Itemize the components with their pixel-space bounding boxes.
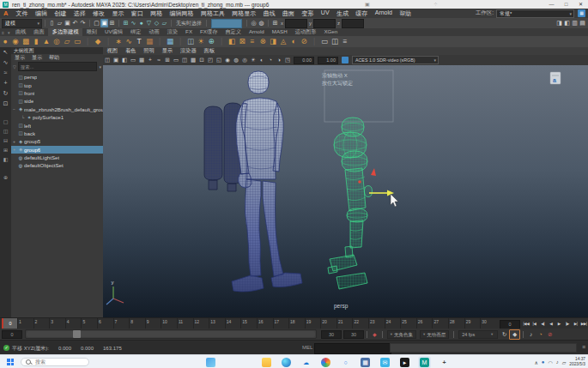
outliner-item[interactable]: ◫ persp bbox=[11, 73, 103, 81]
2d-pan-zoom-icon[interactable]: + bbox=[146, 55, 155, 65]
coordinate-input[interactable] bbox=[313, 19, 336, 28]
xray-icon[interactable]: ◍ bbox=[232, 55, 240, 65]
ambient-occlusion-icon[interactable]: ◔ bbox=[266, 55, 275, 65]
menu-item[interactable]: 窗口 bbox=[128, 9, 147, 18]
menu-item[interactable]: 编辑 bbox=[32, 9, 51, 18]
menu-item[interactable]: 生成 bbox=[333, 9, 352, 18]
channel-box-toggle-icon[interactable]: ▤ bbox=[579, 19, 586, 27]
outliner-menu-item[interactable]: 显示 bbox=[11, 54, 28, 62]
file-explorer-icon[interactable] bbox=[262, 358, 271, 367]
console-icon[interactable]: ▸ bbox=[400, 358, 409, 367]
outliner-item[interactable]: ◫ left bbox=[11, 121, 103, 129]
coordinate-input[interactable] bbox=[342, 19, 364, 28]
save-scene-icon[interactable]: ▣ bbox=[64, 19, 71, 27]
panel-menu-item[interactable]: 着色 bbox=[121, 47, 139, 55]
panel-menu-item[interactable]: 面板 bbox=[200, 47, 218, 55]
snip-tool-icon[interactable]: + bbox=[439, 358, 449, 367]
outliner-item[interactable]: + ◈ group6 bbox=[11, 146, 103, 154]
manipulator-center[interactable] bbox=[358, 180, 361, 184]
tool-settings-toggle-icon[interactable]: ▥ bbox=[571, 19, 579, 27]
microphone-icon[interactable]: ● bbox=[542, 359, 545, 365]
widgets-icon[interactable] bbox=[206, 358, 215, 367]
go-to-start-button[interactable]: |◀◀ bbox=[522, 322, 530, 326]
shelf-tab[interactable]: UV编辑 bbox=[101, 28, 127, 36]
expand-toggle[interactable]: + bbox=[11, 147, 17, 152]
step-forward-frame-button[interactable]: ▶| bbox=[572, 322, 580, 326]
titlebar-grip-icon[interactable]: ⁘ bbox=[433, 0, 438, 9]
go-to-end-button[interactable]: ▶▶| bbox=[579, 322, 588, 326]
highlight-selection-icon[interactable]: ◉ bbox=[223, 55, 232, 65]
shelf-tab[interactable]: 动画 bbox=[145, 28, 163, 36]
current-time-field[interactable]: 0 bbox=[500, 320, 520, 329]
menu-item[interactable]: 选择 bbox=[70, 9, 89, 18]
shelf-tab[interactable]: FX bbox=[182, 28, 197, 36]
redo-icon[interactable]: ↷ bbox=[79, 19, 87, 27]
wifi-icon[interactable]: ◠ bbox=[548, 359, 552, 365]
menu-item[interactable]: 创建 bbox=[51, 9, 70, 18]
super-shape-icon[interactable]: ◆ bbox=[93, 36, 103, 47]
attribute-editor-toggle-icon[interactable]: ◧ bbox=[563, 19, 571, 27]
image-plane-icon[interactable]: ▦ bbox=[137, 55, 146, 65]
character-set-dropdown[interactable]: ▾ 无角色集 bbox=[387, 330, 416, 339]
maximize-button[interactable]: □ bbox=[559, 0, 573, 9]
lighting-icon[interactable]: ☀ bbox=[249, 55, 258, 65]
undo-icon[interactable]: ↶ bbox=[71, 19, 79, 27]
shelf-tab[interactable]: 曲线 bbox=[11, 28, 29, 36]
resolution-gate-icon[interactable]: ◫ bbox=[180, 55, 189, 65]
animation-prefs-icon[interactable]: ◔ bbox=[536, 331, 545, 337]
layout-single-pane-icon[interactable]: ▢ bbox=[0, 118, 11, 127]
menu-item[interactable]: 网格 bbox=[147, 9, 166, 18]
autodesk-home-icon[interactable]: A bbox=[3, 9, 8, 17]
isolate-select-icon[interactable]: ◳ bbox=[283, 55, 292, 65]
panel-menu-item[interactable]: 照明 bbox=[140, 47, 158, 55]
outliner-item[interactable]: − ◈ male_zbrush2Brush_default_group bbox=[11, 106, 103, 113]
menu-set-dropdown[interactable]: 建模 ▾ bbox=[2, 19, 42, 28]
make-live-icon[interactable]: ▱ bbox=[161, 19, 168, 27]
shelf-tab[interactable]: XGen bbox=[320, 28, 342, 36]
outliner-item[interactable]: ◫ side bbox=[11, 97, 103, 105]
new-scene-icon[interactable]: ▯ bbox=[48, 19, 56, 27]
coordinate-input[interactable] bbox=[285, 19, 307, 28]
outliner-item[interactable]: ◍ defaultLightSet bbox=[11, 154, 103, 161]
step-forward-key-button[interactable]: |▶ bbox=[563, 322, 572, 326]
safe-action-icon[interactable]: ◰ bbox=[206, 55, 215, 65]
scene-note-icon[interactable]: a bbox=[550, 72, 561, 84]
menu-item[interactable]: 缓存 bbox=[352, 9, 371, 18]
mel-label[interactable]: MEL bbox=[302, 345, 312, 350]
outliner-search-input[interactable] bbox=[18, 62, 98, 71]
shelf-tab[interactable]: 曲面 bbox=[30, 28, 48, 36]
auto-keyframe-toggle[interactable]: ◆ bbox=[509, 329, 520, 340]
anim-layer-dropdown[interactable]: ▾ 无动画层 bbox=[420, 330, 449, 339]
playback-loop-icon[interactable]: ↻ bbox=[500, 331, 509, 338]
multicut-icon[interactable]: ⊗ bbox=[258, 36, 268, 47]
bridge-icon[interactable]: ≡ bbox=[247, 36, 258, 47]
no-hotkey-icon[interactable]: ⊘ bbox=[545, 331, 555, 338]
color-management-icon[interactable] bbox=[342, 57, 349, 63]
mel-command-input[interactable] bbox=[314, 343, 391, 354]
snap-grid-icon[interactable]: ⊞ bbox=[122, 19, 130, 27]
sep[interactable]: | bbox=[82, 36, 93, 47]
sep[interactable]: | bbox=[216, 36, 227, 47]
poly-cylinder-icon[interactable]: ▮ bbox=[31, 36, 41, 47]
volume-icon[interactable]: ♪ bbox=[556, 359, 559, 365]
panel-menu-item[interactable]: 显示 bbox=[158, 47, 176, 55]
taskbar-clock[interactable]: 14:37 2023/5/3 bbox=[569, 357, 585, 367]
range-slider[interactable] bbox=[25, 329, 317, 339]
shelf-tab[interactable]: FX缓存 bbox=[197, 28, 221, 36]
sep[interactable]: | bbox=[175, 36, 185, 47]
maya-taskbar-icon[interactable]: M bbox=[420, 358, 429, 367]
zoom-tool-icon[interactable]: ⊕ bbox=[0, 173, 11, 183]
color-ball-icon[interactable] bbox=[321, 358, 330, 367]
grid-toggle-icon[interactable]: ⊞ bbox=[163, 55, 172, 65]
gate-mask-icon[interactable]: ▩ bbox=[189, 55, 197, 65]
sep[interactable]: | bbox=[103, 36, 113, 47]
calculator-icon[interactable]: ▦ bbox=[361, 358, 370, 367]
script-editor-icon[interactable]: ≡ bbox=[582, 344, 585, 350]
shelf-tab[interactable]: 运动图形 bbox=[291, 28, 320, 36]
constraint-icon[interactable]: ⊕ bbox=[206, 36, 216, 47]
film-gate-icon[interactable]: ▭ bbox=[172, 55, 180, 65]
outliner-item[interactable]: └ ✦ polySurface1 bbox=[11, 113, 103, 121]
light-icon[interactable]: ☀ bbox=[196, 36, 206, 47]
uv-outline-icon[interactable]: ◫ bbox=[330, 36, 340, 47]
poly-disc-icon[interactable]: ▭ bbox=[72, 36, 82, 47]
